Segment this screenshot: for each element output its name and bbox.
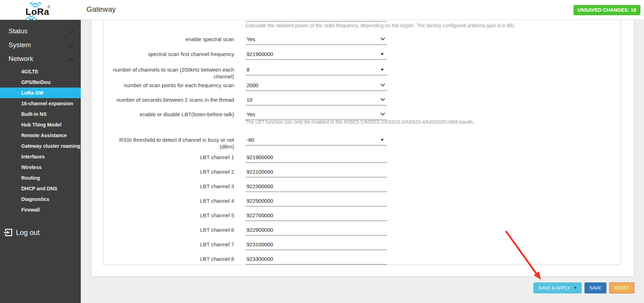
- field-label: LBT channel 2: [107, 168, 234, 175]
- field-value: 922100000: [247, 169, 273, 175]
- sidebar-item-wireless[interactable]: Wireless: [0, 162, 81, 173]
- field-input[interactable]: 923300000: [245, 256, 387, 265]
- field-label: enable or disable LBT(listen-before-talk…: [107, 111, 234, 118]
- chevron-down-icon: [69, 29, 74, 33]
- field-select[interactable]: Yes: [245, 36, 387, 45]
- field-combobox[interactable]: 8: [245, 66, 387, 75]
- logout-label: Log out: [16, 229, 40, 237]
- field-input[interactable]: 922700000: [245, 212, 387, 221]
- field-combobox[interactable]: 921900000: [245, 51, 387, 60]
- field-combobox[interactable]: -80: [245, 136, 387, 146]
- field-value: 8: [247, 67, 249, 73]
- field-select[interactable]: 10: [245, 96, 387, 106]
- sidebar-section-system[interactable]: System: [0, 38, 81, 52]
- page-title: Gateway: [86, 5, 116, 13]
- field-value: 921900000: [247, 51, 273, 57]
- field-input[interactable]: 921900000: [245, 154, 387, 163]
- field-value: -80: [247, 137, 254, 143]
- field-label: LBT channel 5: [107, 212, 234, 219]
- field-value: Yes: [247, 111, 255, 117]
- sidebar-item-interfaces[interactable]: Interfaces: [0, 151, 81, 162]
- save-apply-label: SAVE & APPLY: [538, 283, 570, 293]
- caret-down-icon: [381, 69, 384, 71]
- sidebar-section-label: System: [9, 41, 31, 49]
- field-label: number of scan points for each frequency…: [107, 82, 234, 89]
- sidebar-item-4g-lte[interactable]: 4G/LTE: [0, 66, 81, 77]
- sidebar-item-dhcp-and-dns[interactable]: DHCP and DNS: [0, 183, 81, 194]
- chevron-down-icon: [380, 111, 385, 116]
- app-window: Calculate the radiated power of the radi…: [0, 0, 644, 303]
- reset-button[interactable]: RESET: [609, 282, 634, 293]
- field-value: 10: [247, 97, 253, 103]
- sidebar: StatusSystemNetwork 4G/LTEGPS/BeiDouLoRa…: [0, 20, 81, 303]
- sidebar-network-items: 4G/LTEGPS/BeiDouLoRa GW16-channel expans…: [0, 66, 81, 215]
- sidebar-section-label: Status: [9, 27, 28, 35]
- field-label: LBT channel 8: [107, 256, 234, 262]
- lora-logo: LoRa ®: [26, 4, 54, 18]
- top-bar: LoRa ® Gateway UNSAVED CHANGES: 18: [0, 0, 644, 20]
- sidebar-item-remote-assistance[interactable]: Remote Assistance: [0, 130, 81, 141]
- lora-waves-bottom-icon: [24, 15, 38, 21]
- field-label: LBT channel 6: [107, 226, 234, 233]
- logout-icon: [4, 228, 13, 237]
- field-label: number of seconds between 2 scans in the…: [107, 96, 234, 103]
- chevron-up-icon: [69, 58, 74, 62]
- field-description: The LBT function can only be enabled in …: [245, 119, 474, 125]
- sidebar-item-gateway-cluster-roaming[interactable]: Gateway cluster roaming: [0, 141, 81, 151]
- save-button[interactable]: SAVE: [584, 282, 606, 293]
- chevron-down-icon: [69, 43, 74, 47]
- chevron-down-icon: [380, 96, 385, 101]
- field-value: 922700000: [247, 212, 273, 218]
- sidebar-item-firewall[interactable]: Firewall: [0, 204, 81, 215]
- field-input[interactable]: 922300000: [245, 183, 387, 192]
- field-value: 923100000: [247, 241, 273, 247]
- sidebar-item-diagnostics[interactable]: Diagnostics: [0, 194, 81, 204]
- field-value: Yes: [247, 36, 255, 42]
- field-value: 921900000: [247, 154, 273, 160]
- field-description: Calculate the radiated power of the radi…: [245, 23, 515, 28]
- sidebar-item-16-channel-expansion[interactable]: 16-channel expansion: [0, 98, 81, 109]
- sidebar-item-built-in-ns[interactable]: Built-in NS: [0, 109, 81, 119]
- sidebar-section-status[interactable]: Status: [0, 24, 81, 38]
- field-value: 923300000: [247, 256, 273, 262]
- unsaved-changes-badge[interactable]: UNSAVED CHANGES: 18: [574, 5, 640, 15]
- field-label: RSSI threshold to detect if channel is b…: [107, 136, 234, 150]
- chevron-down-icon: [380, 82, 385, 86]
- field-select[interactable]: 2000: [245, 82, 387, 91]
- field-value: 922900000: [247, 227, 273, 233]
- field-label: LBT channel 4: [107, 197, 234, 204]
- save-apply-button[interactable]: SAVE & APPLY: [533, 282, 582, 293]
- field-label: spectral scan first channel frequency: [107, 51, 234, 57]
- field-input[interactable]: 923100000: [245, 241, 387, 250]
- sidebar-section-network[interactable]: Network: [0, 52, 81, 66]
- field-input[interactable]: 922100000: [245, 168, 387, 178]
- caret-down-icon: [381, 139, 384, 141]
- chevron-down-icon: [574, 287, 577, 289]
- field-label: LBT channel 3: [107, 183, 234, 190]
- sidebar-item-logout[interactable]: Log out: [0, 228, 81, 237]
- sidebar-item-gps-beidou[interactable]: GPS/BeiDou: [0, 77, 81, 88]
- chevron-down-icon: [380, 36, 385, 40]
- sidebar-item-routing[interactable]: Routing: [0, 173, 81, 183]
- field-value: 2000: [247, 82, 258, 88]
- field-input[interactable]: 922900000: [245, 226, 387, 236]
- field-label: enable spectral scan: [107, 36, 234, 43]
- form-actions: SAVE & APPLY SAVE RESET: [533, 282, 634, 293]
- registered-mark: ®: [47, 5, 50, 9]
- field-input[interactable]: 922500000: [245, 197, 387, 207]
- sidebar-item-lora-gw[interactable]: LoRa GW: [0, 88, 81, 98]
- sidebar-sections: StatusSystemNetwork: [0, 20, 81, 66]
- caret-down-icon: [381, 53, 384, 55]
- field-label: LBT channel 7: [107, 241, 234, 248]
- field-label: number of channels to scan (200kHz betwe…: [107, 66, 234, 80]
- sidebar-section-label: Network: [9, 55, 33, 62]
- sidebar-item-hub-thing-model[interactable]: Hub Thing Model: [0, 119, 81, 130]
- field-value: 922500000: [247, 198, 273, 204]
- field-value: 922300000: [247, 183, 273, 189]
- field-label: LBT channel 1: [107, 154, 234, 161]
